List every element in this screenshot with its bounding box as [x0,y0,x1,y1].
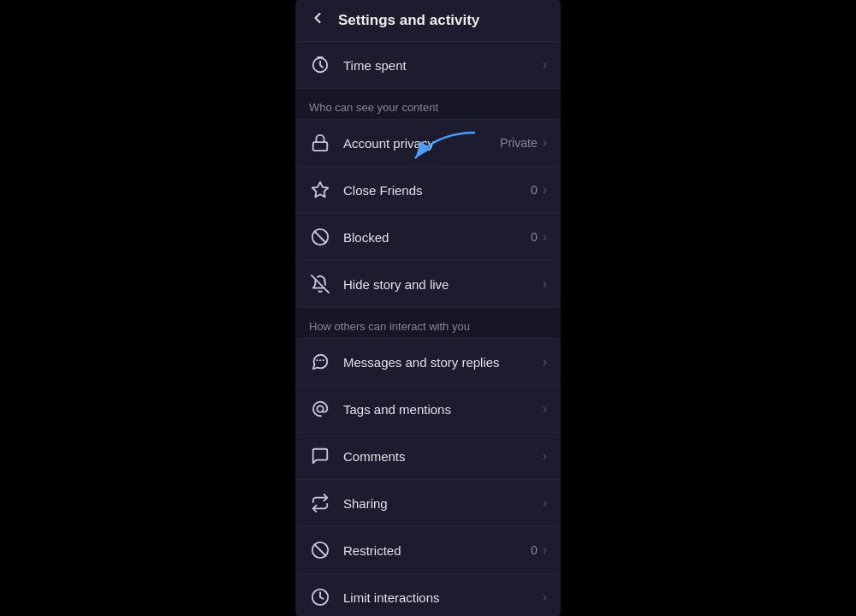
sharing-chevron: › [543,495,547,511]
section-how-others-interact: How others can interact with you [295,308,561,339]
menu-item-time-spent[interactable]: Time spent › [295,42,561,89]
blocked-value: 0 [531,230,538,244]
svg-marker-2 [312,182,328,197]
at-icon [309,398,331,420]
hide-story-label: Hide story and live [343,277,543,292]
page-title: Settings and activity [338,12,479,29]
menu-item-tags-mentions[interactable]: Tags and mentions › [295,386,561,433]
limit-interactions-chevron: › [543,589,547,605]
svg-rect-1 [313,142,328,151]
account-privacy-label: Account privacy [343,136,500,151]
restricted-icon [309,539,331,561]
lock-icon [309,132,331,154]
messages-chevron: › [543,354,547,370]
menu-item-limit-interactions[interactable]: Limit interactions › [295,574,561,616]
close-friends-chevron: › [543,182,547,198]
time-spent-label: Time spent [343,58,543,73]
sharing-label: Sharing [343,496,543,511]
limit-interactions-icon [309,586,331,608]
svg-line-4 [315,232,326,243]
menu-item-hide-story[interactable]: Hide story and live › [295,261,561,308]
tags-mentions-label: Tags and mentions [343,402,543,417]
menu-item-close-friends[interactable]: Close Friends 0 › [295,167,561,214]
menu-item-sharing[interactable]: Sharing › [295,480,561,527]
restricted-chevron: › [543,542,547,558]
menu-item-restricted[interactable]: Restricted 0 › [295,527,561,574]
message-icon [309,351,331,373]
restricted-value: 0 [531,543,538,557]
messages-label: Messages and story replies [343,355,543,370]
header: Settings and activity [295,0,561,42]
block-icon [309,226,331,248]
account-privacy-value: Private [500,136,538,150]
svg-point-6 [317,406,323,412]
menu-item-comments[interactable]: Comments › [295,433,561,480]
svg-line-8 [315,545,326,556]
close-friends-value: 0 [531,183,538,197]
phone-container: Settings and activity Time spent › Who c… [295,0,561,616]
tags-mentions-chevron: › [543,401,547,417]
menu-item-messages[interactable]: Messages and story replies › [295,339,561,386]
time-spent-chevron: › [543,57,547,73]
sharing-icon [309,492,331,514]
close-friends-label: Close Friends [343,183,531,198]
limit-interactions-label: Limit interactions [343,590,543,605]
back-button[interactable] [309,9,326,31]
hide-story-chevron: › [543,276,547,292]
star-icon [309,179,331,201]
timer-icon [309,54,331,76]
comments-label: Comments [343,449,543,464]
menu-item-account-privacy[interactable]: Account privacy Private › [295,120,561,167]
comments-chevron: › [543,448,547,464]
restricted-label: Restricted [343,543,531,558]
blocked-chevron: › [543,229,547,245]
account-privacy-chevron: › [543,135,547,151]
menu-item-blocked[interactable]: Blocked 0 › [295,214,561,261]
bell-off-icon [309,273,331,295]
section-who-can-see: Who can see your content [295,89,561,120]
blocked-label: Blocked [343,230,531,245]
comments-icon [309,445,331,467]
svg-line-5 [312,275,329,293]
